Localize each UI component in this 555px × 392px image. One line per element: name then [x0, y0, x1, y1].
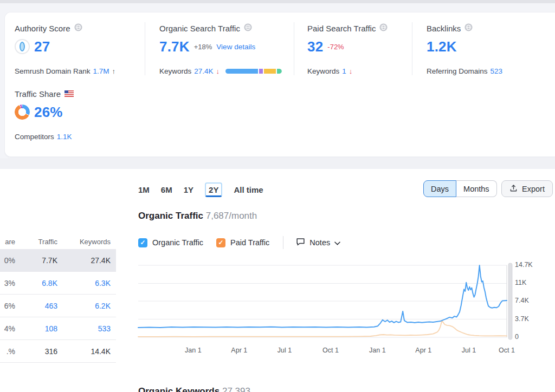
y-tick-label: 3.7K [515, 315, 529, 323]
granularity-toggle: Days Months [423, 180, 497, 197]
metric-label: Authority Score [15, 24, 70, 33]
tab-all-time[interactable]: All time [234, 183, 263, 197]
keywords-cell-link[interactable]: 6.2K [57, 302, 111, 310]
chart-heading: Organic Traffic 7,687/month [138, 211, 257, 221]
sub-metric-label: Competitors [15, 133, 54, 141]
share-cell: 4% [0, 324, 15, 333]
y-tick-label: 14.7K [515, 261, 533, 269]
notes-label: Notes [309, 238, 330, 247]
sub-metric-label: Keywords [159, 67, 191, 75]
metric-backlinks: Backlinks 1.2K Referring Domains 523 [412, 22, 555, 75]
metric-authority-score: Authority Score 27 Semrush Domain Rank 1… [15, 22, 145, 75]
x-tick-label: Jan 1 [362, 347, 392, 354]
referring-domains-link[interactable]: 523 [491, 67, 503, 75]
competitors-link[interactable]: 1.1K [57, 133, 72, 141]
table-row[interactable]: 0% 7.7K 27.4K [0, 249, 116, 272]
organic-traffic-value: 7.7K [159, 38, 190, 55]
tab-2y-active[interactable]: 2Y [205, 182, 222, 197]
x-tick-label: Jul 1 [454, 347, 484, 354]
authority-score-icon [15, 39, 30, 54]
chart-title: Organic Traffic [138, 211, 203, 221]
notes-dropdown[interactable]: Notes [296, 238, 340, 247]
metric-label: Traffic Share [15, 89, 61, 99]
traffic-share-donut-icon [15, 104, 30, 120]
x-tick-label: Jan 1 [178, 347, 208, 354]
organic-keywords-link[interactable]: 27.4K [194, 67, 213, 75]
traffic-chart: 03.7K7.4K11K14.7KJan 1Apr 1Jul 1Oct 1Jan… [134, 259, 555, 367]
share-cell: 6% [0, 302, 15, 310]
series-organic [138, 265, 507, 328]
organic-traffic-checkbox[interactable]: ✓ [138, 238, 147, 247]
metric-traffic-share: Traffic Share 26% Competitors 1.1K [15, 89, 555, 141]
traffic-share-value: 26% [34, 104, 63, 121]
arrow-down-icon: ↓ [216, 67, 220, 75]
arrow-down-icon: ↓ [349, 67, 353, 75]
keywords-cell: 27.4K [57, 256, 111, 265]
info-globe-icon[interactable] [74, 23, 82, 33]
sub-metric-label: Referring Domains [427, 67, 488, 75]
toggle-months[interactable]: Months [456, 180, 497, 197]
traffic-chart-svg[interactable] [134, 259, 514, 344]
table-header-row: are Traffic Keywords [0, 234, 116, 249]
traffic-cell-link[interactable]: 6.8K [15, 279, 57, 288]
domain-rank-link[interactable]: 1.7M [93, 67, 109, 75]
arrow-up-icon: ↑ [112, 67, 116, 75]
organic-traffic-delta: +18% [194, 43, 212, 51]
toggle-days-active[interactable]: Days [423, 180, 456, 197]
metric-label: Organic Search Traffic [159, 24, 240, 33]
legend-divider [283, 236, 283, 249]
keywords-cell-link[interactable]: 533 [57, 324, 111, 333]
keywords-cell-link[interactable]: 6.3K [57, 279, 111, 288]
metric-label: Backlinks [427, 24, 461, 33]
traffic-cell-link[interactable]: 108 [15, 324, 57, 333]
x-tick-label: Apr 1 [408, 347, 438, 354]
competitors-table: are Traffic Keywords 0% 7.7K 27.4K 3% 6.… [0, 234, 116, 363]
backlinks-value: 1.2K [427, 38, 457, 55]
paid-traffic-checkbox[interactable]: ✓ [216, 238, 225, 247]
share-cell: 0% [0, 256, 15, 265]
x-tick-label: Jul 1 [269, 347, 300, 354]
tab-1m[interactable]: 1M [138, 183, 150, 197]
x-tick-label: Oct 1 [492, 347, 522, 354]
table-row[interactable]: 4% 108 533 [0, 317, 116, 340]
chart-legend-row: ✓ Organic Traffic ✓ Paid Traffic Notes [138, 236, 340, 249]
metric-label: Paid Search Traffic [307, 24, 376, 33]
info-globe-icon[interactable] [379, 23, 388, 33]
sub-metric-label: Semrush Domain Rank [15, 67, 91, 75]
col-traffic: Traffic [15, 238, 57, 246]
share-cell: 3% [0, 279, 15, 288]
info-globe-icon[interactable] [464, 23, 473, 33]
us-flag-icon [64, 89, 74, 99]
export-button[interactable]: Export [501, 180, 553, 197]
chevron-down-icon [334, 238, 340, 247]
y-tick-label: 7.4K [515, 297, 529, 304]
traffic-cell-link[interactable]: 463 [15, 302, 57, 310]
series-paid [138, 321, 507, 337]
info-globe-icon[interactable] [244, 23, 252, 33]
legend-label-paid: Paid Traffic [230, 238, 269, 247]
notes-icon [296, 238, 305, 247]
traffic-cell: 7.7K [15, 256, 57, 265]
view-details-link[interactable]: View details [216, 43, 255, 51]
export-icon [509, 184, 518, 194]
tab-6m[interactable]: 6M [161, 183, 172, 197]
date-range-tabs: 1M 6M 1Y 2Y All time [138, 182, 263, 197]
y-tick-label: 0 [515, 333, 519, 341]
x-tick-label: Apr 1 [224, 347, 254, 354]
x-tick-label: Oct 1 [315, 347, 346, 354]
section-gap [0, 158, 555, 169]
bottom-heading-value: 27,393 [222, 386, 250, 392]
traffic-trend-region: are Traffic Keywords 0% 7.7K 27.4K 3% 6.… [0, 169, 555, 392]
organic-keywords-heading: Organic Keywords 27,393 [138, 386, 250, 392]
table-row[interactable]: 3% 6.8K 6.3K [0, 272, 116, 295]
legend-label-organic: Organic Traffic [152, 238, 203, 247]
table-row[interactable]: .% 316 14.4K [0, 340, 116, 363]
sub-metric-label: Keywords [307, 67, 339, 75]
paid-keywords-link[interactable]: 1 [342, 67, 346, 75]
domain-overview-page: Authority Score 27 Semrush Domain Rank 1… [0, 0, 555, 392]
export-label: Export [522, 185, 545, 193]
overview-card: Authority Score 27 Semrush Domain Rank 1… [4, 12, 555, 157]
tab-1y[interactable]: 1Y [184, 183, 193, 197]
metrics-row: Authority Score 27 Semrush Domain Rank 1… [15, 22, 555, 75]
table-row[interactable]: 6% 463 6.2K [0, 295, 116, 317]
